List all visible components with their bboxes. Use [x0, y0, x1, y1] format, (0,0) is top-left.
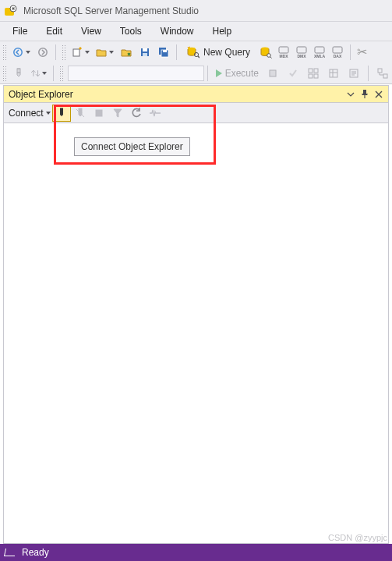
- svg-rect-24: [314, 74, 318, 78]
- save-button[interactable]: [136, 43, 154, 62]
- toolbar-grip[interactable]: [59, 66, 64, 81]
- svg-rect-10: [163, 50, 167, 52]
- toolbar-grip[interactable]: [2, 44, 7, 60]
- menu-tools[interactable]: Tools: [111, 23, 151, 39]
- panel-toolbar: Connect: [4, 103, 388, 123]
- status-text: Ready: [22, 547, 49, 558]
- connect-button[interactable]: [52, 105, 71, 122]
- menu-bar: File Edit View Tools Window Help: [0, 22, 392, 41]
- actual-plan-button: [373, 64, 392, 83]
- watermark: CSDN @zyypjc: [328, 533, 387, 542]
- svg-rect-7: [143, 53, 147, 56]
- save-all-button[interactable]: [154, 43, 173, 62]
- svg-rect-22: [314, 69, 318, 73]
- estimated-plan-button: [304, 64, 323, 83]
- svg-rect-18: [333, 47, 342, 53]
- main-toolbar: New Query MDX DMX XMLA DAX ✂: [0, 41, 392, 62]
- disconnect-button: [71, 105, 90, 122]
- new-project-button[interactable]: [69, 43, 93, 62]
- toolbar-separator: [55, 44, 56, 60]
- parse-button: [284, 64, 302, 83]
- execute-label: Execute: [225, 68, 259, 79]
- toolbar-separator: [350, 44, 351, 60]
- xmla-query-button[interactable]: XMLA: [311, 44, 328, 61]
- svg-point-2: [14, 48, 22, 55]
- dmx-query-button[interactable]: DMX: [293, 44, 310, 61]
- new-query-button[interactable]: New Query: [180, 44, 257, 61]
- db-engine-query-button[interactable]: [257, 44, 274, 61]
- intellisense-button: [344, 64, 363, 83]
- svg-rect-15: [279, 47, 288, 53]
- status-icon: [4, 549, 16, 556]
- toolbar-separator: [207, 66, 208, 81]
- object-explorer-panel: Object Explorer Connect: [3, 85, 389, 544]
- svg-rect-29: [363, 90, 366, 94]
- dax-query-button[interactable]: DAX: [329, 44, 346, 61]
- toolbar-separator: [368, 66, 369, 81]
- stop-query-button: [263, 64, 282, 83]
- svg-rect-32: [96, 110, 102, 116]
- connect-menu[interactable]: Connect: [5, 105, 52, 122]
- menu-help[interactable]: Help: [203, 23, 242, 39]
- nav-back-button[interactable]: [9, 43, 34, 62]
- change-connection-button: [9, 64, 28, 83]
- svg-rect-28: [383, 74, 387, 78]
- nav-forward-button[interactable]: [34, 43, 52, 62]
- panel-body: [4, 123, 388, 543]
- play-icon: [216, 69, 222, 77]
- panel-pin-button[interactable]: [358, 88, 371, 101]
- new-query-label: New Query: [203, 47, 250, 58]
- query-toolbar: Execute: [0, 62, 392, 84]
- svg-rect-23: [309, 74, 313, 78]
- database-selector: [68, 66, 204, 81]
- change-type-button: [28, 64, 50, 83]
- title-bar: Microsoft SQL Server Management Studio: [0, 0, 392, 22]
- menu-edit[interactable]: Edit: [37, 23, 72, 39]
- menu-window[interactable]: Window: [151, 23, 203, 39]
- stop-button: [90, 105, 108, 122]
- menu-view[interactable]: View: [72, 23, 111, 39]
- svg-rect-20: [270, 70, 276, 76]
- svg-rect-25: [330, 69, 337, 77]
- app-icon: [5, 5, 17, 17]
- svg-rect-6: [143, 48, 147, 51]
- app-title: Microsoft SQL Server Management Studio: [23, 5, 199, 16]
- status-bar: Ready: [0, 544, 392, 561]
- svg-rect-17: [315, 47, 324, 53]
- toolbar-grip[interactable]: [62, 44, 66, 60]
- filter-button: [108, 105, 127, 122]
- execute-button: Execute: [211, 65, 263, 82]
- svg-rect-16: [297, 47, 306, 53]
- cut-button[interactable]: ✂: [357, 44, 367, 59]
- svg-rect-27: [378, 69, 382, 73]
- toolbar-separator: [53, 66, 54, 81]
- svg-rect-4: [73, 49, 79, 56]
- menu-file[interactable]: File: [3, 23, 37, 39]
- query-options-button: [324, 64, 343, 83]
- toolbar-separator: [176, 44, 177, 60]
- panel-header: Object Explorer: [4, 86, 388, 103]
- svg-rect-21: [309, 69, 313, 73]
- tooltip: Connect Object Explorer: [74, 137, 190, 156]
- mdx-query-button[interactable]: MDX: [275, 44, 292, 61]
- open-file-button[interactable]: [93, 43, 117, 62]
- recent-files-button[interactable]: [117, 43, 136, 62]
- refresh-button[interactable]: [127, 105, 146, 122]
- panel-title: Object Explorer: [9, 89, 73, 100]
- svg-point-3: [39, 48, 47, 55]
- activity-monitor-button: [146, 105, 164, 122]
- panel-dropdown-button[interactable]: [344, 88, 357, 101]
- panel-close-button[interactable]: [373, 88, 385, 101]
- toolbar-grip[interactable]: [2, 66, 7, 81]
